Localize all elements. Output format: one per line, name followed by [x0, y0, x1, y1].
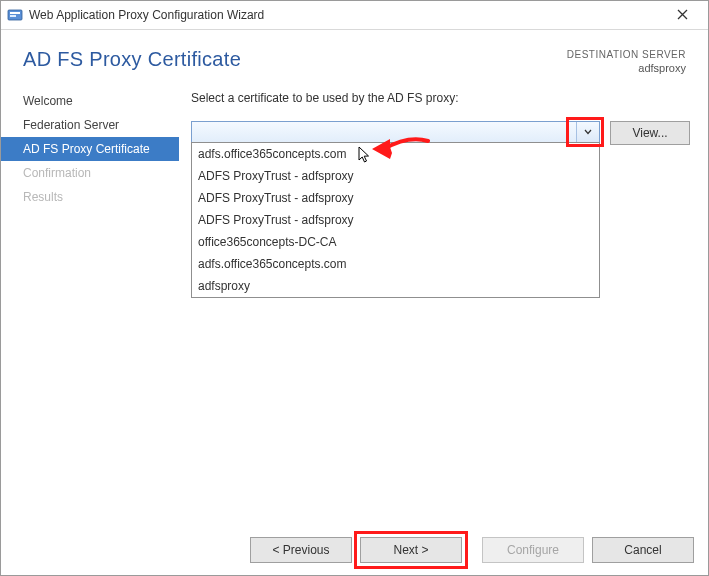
destination-server-block: DESTINATION SERVER adfsproxy: [567, 48, 686, 75]
destination-value: adfsproxy: [567, 61, 686, 75]
app-icon: [7, 7, 23, 23]
wizard-steps-sidebar: Welcome Federation Server AD FS Proxy Ce…: [1, 89, 179, 525]
close-icon: [677, 7, 688, 23]
certificate-option[interactable]: ADFS ProxyTrust - adfsproxy: [192, 187, 599, 209]
certificate-option[interactable]: ADFS ProxyTrust - adfsproxy: [192, 165, 599, 187]
close-button[interactable]: [662, 1, 702, 29]
certificate-option[interactable]: adfs.office365concepts.com: [192, 253, 599, 275]
footer-button-bar: < Previous Next > Configure Cancel: [1, 525, 708, 575]
certificate-option[interactable]: ADFS ProxyTrust - adfsproxy: [192, 209, 599, 231]
wizard-window: Web Application Proxy Configuration Wiza…: [0, 0, 709, 576]
certificate-option[interactable]: adfs.office365concepts.com: [192, 143, 599, 165]
destination-label: DESTINATION SERVER: [567, 48, 686, 61]
certificate-combobox-arrow[interactable]: [576, 122, 599, 142]
step-results: Results: [1, 185, 179, 209]
next-button-wrap: Next >: [360, 537, 462, 563]
configure-button: Configure: [482, 537, 584, 563]
certificate-option[interactable]: office365concepts-DC-CA: [192, 231, 599, 253]
title-bar: Web Application Proxy Configuration Wiza…: [1, 1, 708, 30]
certificate-row: adfs.office365concepts.com ADFS ProxyTru…: [191, 121, 690, 145]
chevron-down-icon: [584, 127, 592, 137]
certificate-option[interactable]: adfsproxy: [192, 275, 599, 297]
header: AD FS Proxy Certificate DESTINATION SERV…: [1, 30, 708, 89]
step-adfs-proxy-certificate[interactable]: AD FS Proxy Certificate: [1, 137, 179, 161]
svg-rect-1: [10, 12, 20, 14]
certificate-combobox[interactable]: [191, 121, 600, 143]
previous-button[interactable]: < Previous: [250, 537, 352, 563]
certificate-dropdown-list: adfs.office365concepts.com ADFS ProxyTru…: [191, 142, 600, 298]
certificate-combo-wrap: adfs.office365concepts.com ADFS ProxyTru…: [191, 121, 600, 143]
step-federation-server[interactable]: Federation Server: [1, 113, 179, 137]
next-button[interactable]: Next >: [360, 537, 462, 563]
body: Welcome Federation Server AD FS Proxy Ce…: [1, 89, 708, 525]
instruction-text: Select a certificate to be used by the A…: [191, 91, 690, 105]
svg-rect-2: [10, 15, 16, 17]
window-title: Web Application Proxy Configuration Wiza…: [29, 8, 264, 22]
view-certificate-button[interactable]: View...: [610, 121, 690, 145]
page-title: AD FS Proxy Certificate: [23, 48, 241, 71]
certificate-combobox-text: [192, 122, 576, 142]
content-area: Select a certificate to be used by the A…: [179, 89, 708, 525]
cancel-button[interactable]: Cancel: [592, 537, 694, 563]
step-welcome[interactable]: Welcome: [1, 89, 179, 113]
step-confirmation: Confirmation: [1, 161, 179, 185]
